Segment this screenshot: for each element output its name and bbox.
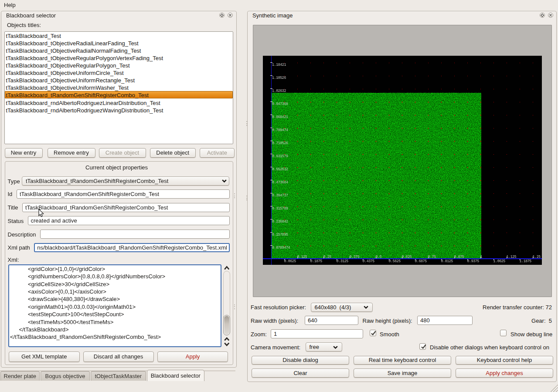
svg-text:1.125: 1.125 [507, 255, 517, 259]
svg-text:1.1875: 1.1875 [520, 259, 532, 263]
svg-text:0.552632: 0.552632 [272, 167, 288, 171]
svg-text:1: 1 [480, 255, 483, 259]
svg-text:0.3125: 0.3125 [337, 259, 349, 263]
svg-text:0.75: 0.75 [428, 255, 436, 259]
svg-text:1.25: 1.25 [533, 255, 541, 259]
svg-text:0.710526: 0.710526 [272, 141, 288, 145]
svg-text:0.6875: 0.6875 [415, 259, 427, 263]
svg-text:0.868421: 0.868421 [272, 115, 288, 119]
svg-text:1.02632: 1.02632 [272, 89, 286, 93]
svg-text:1.0625: 1.0625 [493, 259, 506, 263]
svg-text:0.25: 0.25 [323, 255, 332, 259]
svg-text:0.125: 0.125 [297, 255, 307, 259]
svg-text:0.5625: 0.5625 [389, 259, 401, 263]
svg-text:0.315789: 0.315789 [272, 206, 288, 210]
svg-text:0.9375: 0.9375 [467, 259, 480, 263]
svg-text:0.375: 0.375 [350, 255, 360, 259]
svg-text:0.473684: 0.473684 [272, 180, 288, 184]
svg-text:0.0625: 0.0625 [284, 259, 296, 263]
svg-text:0.1875: 0.1875 [310, 259, 323, 263]
svg-text:0.789474: 0.789474 [272, 128, 288, 132]
svg-text:0.0789474: 0.0789474 [272, 246, 290, 250]
svg-text:0.947368: 0.947368 [272, 102, 288, 106]
svg-text:0.236842: 0.236842 [272, 220, 288, 223]
svg-text:0.625: 0.625 [402, 255, 412, 259]
svg-text:0.5: 0.5 [376, 255, 382, 259]
svg-text:0.157895: 0.157895 [272, 233, 288, 237]
svg-text:0.4375: 0.4375 [363, 259, 375, 263]
svg-text:0.394737: 0.394737 [272, 193, 288, 197]
svg-text:0.8125: 0.8125 [441, 259, 453, 263]
svg-text:1.18421: 1.18421 [272, 63, 286, 67]
svg-text:0.631579: 0.631579 [272, 154, 288, 158]
svg-text:1.10526: 1.10526 [272, 76, 286, 80]
svg-text:0.875: 0.875 [454, 255, 464, 259]
